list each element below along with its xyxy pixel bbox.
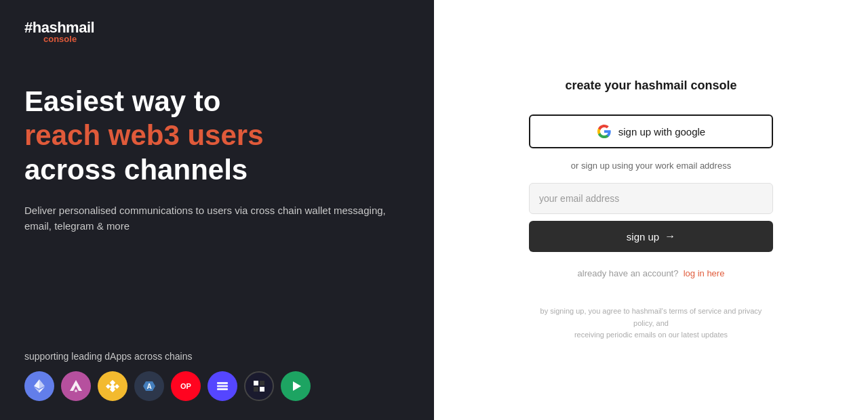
svg-rect-14 (217, 388, 228, 390)
aave-icon (61, 371, 91, 401)
svg-marker-19 (293, 381, 301, 391)
signup-button[interactable]: sign up → (529, 221, 773, 252)
hero-line2: reach web3 users (24, 119, 410, 152)
svg-text:A: A (146, 383, 151, 390)
svg-rect-17 (254, 387, 258, 392)
signup-btn-label: sign up (627, 231, 659, 243)
svg-rect-16 (260, 381, 264, 385)
terms-line2: receiving periodic emails on our latest … (574, 331, 728, 339)
svg-rect-18 (260, 387, 264, 392)
svg-rect-7 (115, 384, 119, 389)
right-panel: create your hashmail console sign up wit… (434, 0, 868, 420)
svg-point-4 (75, 390, 77, 392)
svg-text:OP: OP (180, 382, 191, 390)
hero-line3: across channels (24, 153, 410, 187)
terms-line1: by signing up, you agree to hashmail's t… (540, 307, 762, 327)
arrow-icon: → (665, 230, 675, 243)
arbitrum-icon: A (134, 371, 164, 401)
stacks-icon (208, 371, 237, 401)
login-prompt-text: already have an account? (578, 268, 679, 278)
hero-section: Easiest way to reach web3 users across c… (24, 85, 410, 351)
login-prompt: already have an account? log in here (578, 268, 725, 278)
chain-icons-list: A OP (24, 371, 410, 401)
supporting-section: supporting leading dApps across chains (24, 351, 410, 401)
form-title: create your hashmail console (565, 79, 736, 93)
hero-line1: Easiest way to (24, 85, 410, 119)
checkered-icon (244, 371, 274, 401)
bnb-icon (98, 371, 127, 401)
svg-rect-6 (106, 384, 111, 389)
google-signup-button[interactable]: sign up with google (529, 114, 773, 148)
terms-text: by signing up, you agree to hashmail's t… (536, 306, 766, 341)
ethereum-icon (24, 371, 54, 401)
email-input[interactable] (529, 183, 773, 214)
hero-description: Deliver personalised communications to u… (24, 203, 391, 234)
optimism-icon: OP (171, 371, 201, 401)
play-icon (281, 371, 311, 401)
signup-form: create your hashmail console sign up wit… (529, 79, 773, 341)
supporting-title: supporting leading dApps across chains (24, 351, 410, 362)
svg-rect-12 (217, 382, 228, 384)
divider-text: or sign up using your work email address (571, 161, 731, 171)
google-icon (597, 124, 612, 139)
svg-rect-15 (254, 381, 258, 385)
logo: #hashmail console (24, 19, 410, 44)
logo-console: console (43, 34, 410, 44)
left-panel: #hashmail console Easiest way to reach w… (0, 0, 434, 420)
google-btn-label: sign up with google (618, 126, 705, 138)
login-link[interactable]: log in here (684, 268, 725, 278)
svg-rect-13 (217, 385, 228, 387)
